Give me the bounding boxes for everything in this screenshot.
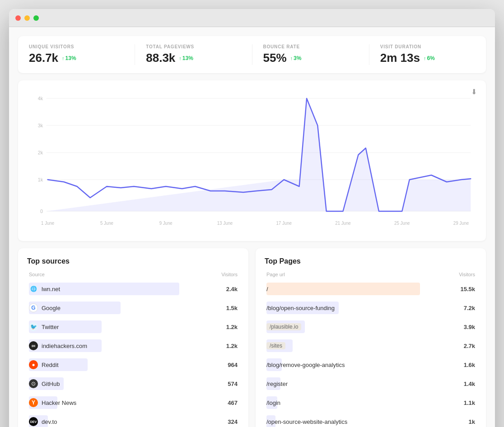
list-item[interactable]: /blog/remove-google-analytics 1.6k: [265, 356, 477, 374]
svg-text:25 June: 25 June: [394, 221, 410, 226]
stat-pageviews-change: 13%: [179, 55, 193, 61]
top-pages-title: Top Pages: [265, 257, 477, 265]
stat-unique-visitors-value: 26.7k: [29, 51, 58, 65]
svg-marker-18: [47, 98, 471, 211]
stat-pageviews-value: 88.3k: [146, 51, 175, 65]
list-item[interactable]: ⊙ GitHub 574: [27, 375, 239, 393]
stat-unique-visitors-change: 13%: [62, 55, 76, 61]
list-item[interactable]: G Google 1.5k: [27, 299, 239, 317]
list-item[interactable]: /plausible.io 3.9k: [265, 318, 477, 336]
stat-visit-duration-change: 6%: [424, 55, 435, 61]
list-item[interactable]: ● Reddit 964: [27, 356, 239, 374]
main-content: UNIQUE VISITORS 26.7k 13% TOTAL PAGEVIEW…: [9, 27, 495, 427]
sources-col-source: Source: [29, 272, 45, 277]
svg-text:1 June: 1 June: [41, 221, 55, 226]
stat-visit-duration-label: VISIT DURATION: [380, 44, 475, 49]
chart-container: 4k 3k 2k 1k 0 1 June 5 June 9 June 13 Ju…: [29, 89, 475, 234]
stat-unique-visitors: UNIQUE VISITORS 26.7k 13%: [29, 44, 135, 65]
top-pages-panel: Top Pages Page url Visitors / 15.5k /blo…: [256, 248, 486, 427]
sources-col-visitors: Visitors: [221, 272, 238, 277]
stat-unique-visitors-label: UNIQUE VISITORS: [29, 44, 124, 49]
chart-card: ⬇ 4k 3k 2k 1k 0 1 June 5: [18, 80, 486, 241]
top-sources-header: Source Visitors: [27, 272, 239, 277]
top-sources-panel: Top sources Source Visitors 🌐 lwn.net 2.…: [18, 248, 248, 427]
stat-visit-duration-value: 2m 13s: [380, 51, 420, 65]
stat-visit-duration: VISIT DURATION 2m 13s 6%: [380, 44, 475, 65]
bottom-row: Top sources Source Visitors 🌐 lwn.net 2.…: [18, 248, 486, 427]
svg-text:17 June: 17 June: [276, 221, 292, 226]
pages-rows: / 15.5k /blog/open-source-funding 7.2k /…: [265, 280, 477, 427]
top-pages-header: Page url Visitors: [265, 272, 477, 277]
app-window: UNIQUE VISITORS 26.7k 13% TOTAL PAGEVIEW…: [9, 9, 495, 427]
stat-pageviews-label: TOTAL PAGEVIEWS: [146, 44, 241, 49]
list-item[interactable]: /open-source-website-analytics 1k: [265, 413, 477, 427]
svg-text:5 June: 5 June: [100, 221, 114, 226]
svg-text:0: 0: [40, 209, 43, 214]
list-item[interactable]: Y Hacker News 467: [27, 394, 239, 412]
stat-pageviews: TOTAL PAGEVIEWS 88.3k 13%: [146, 44, 252, 65]
top-sources-title: Top sources: [27, 257, 239, 265]
list-item[interactable]: 🐦 Twitter 1.2k: [27, 318, 239, 336]
maximize-button[interactable]: [33, 15, 39, 21]
list-item[interactable]: DEV dev.to 324: [27, 413, 239, 427]
stat-bounce-rate-value: 55%: [263, 51, 287, 65]
list-item[interactable]: /login 1.1k: [265, 394, 477, 412]
svg-text:21 June: 21 June: [335, 221, 351, 226]
stat-bounce-rate: BOUNCE RATE 55% 3%: [263, 44, 369, 65]
minimize-button[interactable]: [24, 15, 30, 21]
list-item[interactable]: 🌐 lwn.net 2.4k: [27, 280, 239, 298]
svg-text:29 June: 29 June: [453, 221, 469, 226]
svg-text:3k: 3k: [38, 123, 43, 128]
svg-text:1k: 1k: [38, 177, 43, 182]
svg-text:13 June: 13 June: [217, 221, 233, 226]
list-item[interactable]: /register 1.4k: [265, 375, 477, 393]
list-item[interactable]: iH indiehackers.com 1.2k: [27, 337, 239, 355]
pages-col-visitors: Visitors: [459, 272, 475, 277]
sources-rows: 🌐 lwn.net 2.4k G Google 1.5k 🐦 Twitter 1…: [27, 280, 239, 427]
list-item[interactable]: /sites 2.7k: [265, 337, 477, 355]
titlebar: [9, 9, 495, 27]
svg-text:9 June: 9 June: [159, 221, 173, 226]
svg-text:2k: 2k: [38, 150, 43, 155]
close-button[interactable]: [15, 15, 21, 21]
line-chart: 4k 3k 2k 1k 0 1 June 5 June 9 June 13 Ju…: [29, 89, 475, 234]
stat-bounce-rate-change: 3%: [290, 55, 302, 61]
stats-card: UNIQUE VISITORS 26.7k 13% TOTAL PAGEVIEW…: [18, 36, 486, 73]
list-item[interactable]: / 15.5k: [265, 280, 477, 298]
pages-col-url: Page url: [266, 272, 285, 277]
list-item[interactable]: /blog/open-source-funding 7.2k: [265, 299, 477, 317]
svg-text:4k: 4k: [38, 96, 43, 101]
stat-bounce-rate-label: BOUNCE RATE: [263, 44, 358, 49]
